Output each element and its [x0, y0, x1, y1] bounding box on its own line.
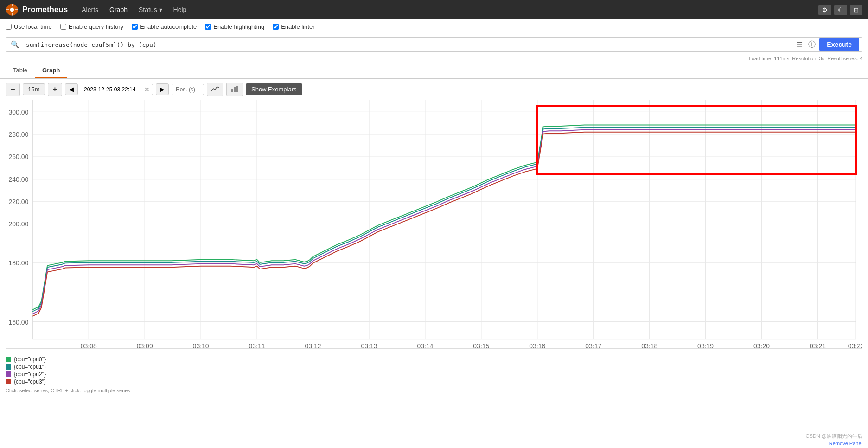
legend-item-cpu3[interactable]: {cpu="cpu3"}	[6, 378, 862, 385]
tab-graph[interactable]: Graph	[35, 63, 67, 78]
app-title: Prometheus	[22, 5, 68, 14]
query-actions: ☰ ⓘ Execute	[794, 38, 862, 51]
svg-text:160.00: 160.00	[9, 319, 29, 326]
legend-color-cpu1	[6, 364, 11, 370]
svg-text:03:16: 03:16	[529, 342, 545, 348]
load-time: Load time: 111ms	[749, 56, 789, 61]
svg-rect-8	[236, 86, 238, 92]
line-chart-icon	[211, 85, 219, 92]
enable-highlighting-text: Enable highlighting	[213, 23, 264, 30]
svg-text:03:17: 03:17	[585, 342, 601, 348]
navbar: Prometheus Alerts Graph Status ▾ Help ⚙ …	[0, 0, 868, 19]
interval-button[interactable]: 15m	[23, 83, 45, 95]
stacked-chart-button[interactable]	[226, 83, 243, 96]
svg-text:300.00: 300.00	[9, 109, 29, 116]
navbar-links: Alerts Graph Status ▾ Help	[77, 3, 191, 16]
legend-label-cpu2: {cpu="cpu2"}	[14, 371, 46, 378]
date-input[interactable]	[81, 84, 141, 95]
legend-color-cpu2	[6, 371, 11, 377]
execute-button[interactable]: Execute	[819, 38, 859, 51]
svg-text:03:08: 03:08	[81, 342, 97, 348]
resolution-input[interactable]	[172, 84, 204, 95]
enable-query-history-text: Enable query history	[69, 23, 124, 30]
svg-text:260.00: 260.00	[9, 153, 29, 160]
svg-text:03:22: 03:22	[848, 342, 862, 348]
legend-label-cpu0: {cpu="cpu0"}	[14, 356, 46, 363]
enable-linter-label[interactable]: Enable linter	[273, 23, 314, 30]
date-input-group: ✕	[81, 84, 153, 95]
use-local-time-text: Use local time	[14, 23, 52, 30]
legend: {cpu="cpu0"} {cpu="cpu1"} {cpu="cpu2"} {…	[0, 352, 868, 397]
svg-text:03:10: 03:10	[193, 342, 209, 348]
enable-autocomplete-checkbox[interactable]	[132, 24, 138, 30]
legend-color-cpu0	[6, 357, 11, 362]
svg-text:220.00: 220.00	[9, 198, 29, 205]
extra-button[interactable]: ⊡	[850, 5, 862, 15]
status-bar: Load time: 111ms Resolution: 3s Result s…	[0, 55, 868, 62]
query-bar: 🔍 ☰ ⓘ Execute	[6, 37, 862, 52]
legend-item-cpu0[interactable]: {cpu="cpu0"}	[6, 356, 862, 363]
options-bar: Use local time Enable query history Enab…	[0, 19, 868, 34]
chart-svg: 300.00 280.00 260.00 240.00 220.00 200.0…	[6, 100, 862, 348]
enable-highlighting-checkbox[interactable]	[205, 24, 211, 30]
stacked-chart-icon	[230, 85, 239, 92]
enable-autocomplete-text: Enable autocomplete	[140, 23, 197, 30]
legend-item-cpu2[interactable]: {cpu="cpu2"}	[6, 371, 862, 378]
tabs: Table Graph	[0, 63, 868, 79]
line-chart-button[interactable]	[207, 83, 223, 96]
settings-button[interactable]: ⚙	[818, 5, 831, 15]
legend-color-cpu3	[6, 379, 11, 384]
theme-button[interactable]: ☾	[834, 5, 847, 15]
nav-graph[interactable]: Graph	[105, 3, 132, 16]
zoom-out-button[interactable]: −	[6, 83, 20, 96]
enable-autocomplete-label[interactable]: Enable autocomplete	[132, 23, 197, 30]
use-local-time-checkbox[interactable]	[6, 24, 12, 30]
enable-linter-text: Enable linter	[281, 23, 314, 30]
show-exemplars-button[interactable]: Show Exemplars	[246, 83, 302, 95]
legend-label-cpu3: {cpu="cpu3"}	[14, 378, 46, 385]
svg-text:03:15: 03:15	[473, 342, 489, 348]
enable-query-history-checkbox[interactable]	[60, 24, 66, 30]
enable-query-history-label[interactable]: Enable query history	[60, 23, 124, 30]
query-info-icon[interactable]: ⓘ	[806, 38, 817, 51]
resolution: Resolution: 3s	[792, 56, 824, 61]
nav-alerts[interactable]: Alerts	[77, 3, 103, 16]
prev-time-button[interactable]: ◀	[65, 83, 78, 95]
zoom-in-button[interactable]: +	[48, 83, 62, 96]
svg-text:03:13: 03:13	[361, 342, 377, 348]
search-icon: 🔍	[6, 38, 24, 51]
prometheus-logo	[6, 3, 19, 16]
query-input[interactable]	[24, 38, 794, 51]
use-local-time-label[interactable]: Use local time	[6, 23, 52, 30]
svg-text:200.00: 200.00	[9, 220, 29, 228]
clear-date-button[interactable]: ✕	[141, 85, 153, 94]
svg-text:03:20: 03:20	[753, 342, 770, 348]
svg-point-1	[10, 8, 14, 12]
legend-label-cpu1: {cpu="cpu1"}	[14, 364, 46, 370]
svg-rect-7	[234, 87, 236, 92]
next-time-button[interactable]: ▶	[156, 83, 169, 95]
navbar-right: ⚙ ☾ ⊡	[818, 5, 862, 15]
svg-text:03:09: 03:09	[137, 342, 153, 348]
svg-text:03:12: 03:12	[305, 342, 321, 348]
tab-table[interactable]: Table	[6, 63, 35, 78]
navbar-brand: Prometheus	[6, 3, 68, 16]
result-series: Result series: 4	[827, 56, 862, 61]
svg-text:240.00: 240.00	[9, 176, 29, 183]
svg-text:03:21: 03:21	[810, 342, 826, 348]
svg-text:03:19: 03:19	[697, 342, 714, 348]
nav-status[interactable]: Status ▾	[134, 3, 167, 16]
svg-text:03:11: 03:11	[249, 342, 265, 348]
legend-hint: Click: select series; CTRL + click: togg…	[6, 388, 862, 393]
graph-controls: − 15m + ◀ ✕ ▶ Show Exemplars	[0, 79, 868, 100]
nav-help[interactable]: Help	[169, 3, 191, 16]
enable-linter-checkbox[interactable]	[273, 24, 279, 30]
query-history-icon[interactable]: ☰	[794, 38, 804, 51]
legend-item-cpu1[interactable]: {cpu="cpu1"}	[6, 364, 862, 370]
enable-highlighting-label[interactable]: Enable highlighting	[205, 23, 264, 30]
svg-text:03:18: 03:18	[641, 342, 657, 348]
svg-rect-6	[231, 89, 233, 92]
svg-text:280.00: 280.00	[9, 131, 29, 138]
svg-text:03:14: 03:14	[417, 342, 433, 348]
chart-container: 300.00 280.00 260.00 240.00 220.00 200.0…	[6, 100, 862, 349]
